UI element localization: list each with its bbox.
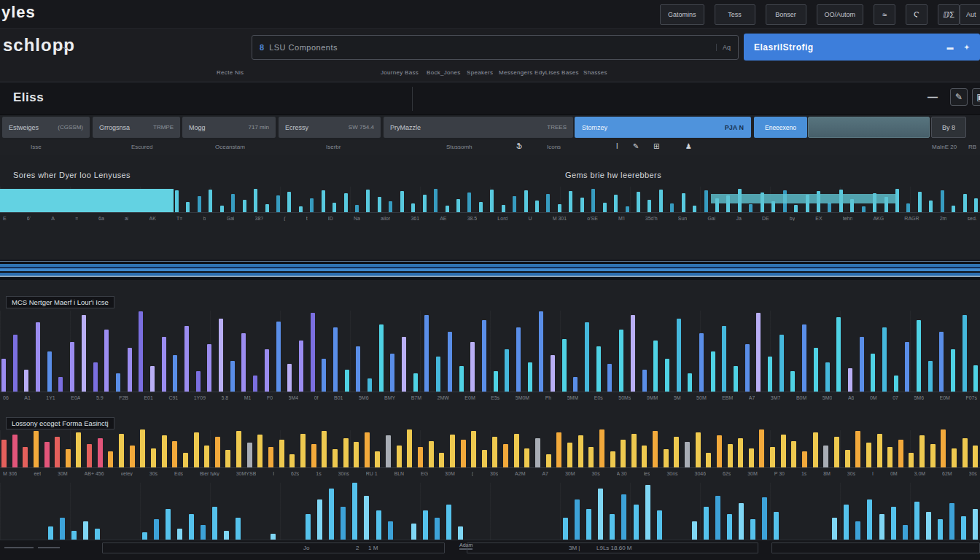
bar <box>247 443 252 467</box>
bar <box>368 378 372 392</box>
axis-tick: 30M <box>445 471 455 476</box>
toolbar-blue-segment[interactable]: Stomzey PJA N <box>575 117 751 138</box>
bar <box>287 364 292 392</box>
menu-item-0[interactable]: Recte Nis <box>217 69 244 76</box>
bar <box>941 190 944 212</box>
bar <box>704 190 708 212</box>
bar <box>926 512 931 540</box>
search-row: schlopp -~ 8 LSU Components Aq ElasrilSt… <box>0 29 980 67</box>
bar <box>717 435 722 467</box>
menu-item-7[interactable]: Shasses <box>583 69 607 76</box>
axis-tick: A1 <box>24 395 31 400</box>
axis-tick: 5M6 <box>359 395 369 400</box>
hook-icon[interactable]: Ϛ <box>906 4 928 25</box>
axis-tick: BMY <box>384 395 395 400</box>
menu-item-4[interactable]: Messengers <box>499 69 533 76</box>
bar <box>823 446 828 467</box>
primary-action-button[interactable]: ElasrilStrofig ▬ ✦ <box>744 34 980 61</box>
badge-icon: ▬ <box>946 44 954 51</box>
by-button[interactable]: By 8 <box>931 117 966 138</box>
footer-box-2 <box>771 542 980 553</box>
bar <box>588 447 594 467</box>
bar <box>376 510 381 540</box>
axis-tick: 3046 <box>694 471 706 476</box>
bar <box>626 206 629 212</box>
progress-bar[interactable] <box>808 117 930 138</box>
topbar-button-2[interactable]: Bonser <box>766 4 806 25</box>
toolbar-segment-4[interactable]: PryMazzleTREES <box>384 117 573 138</box>
chart1[interactable] <box>0 187 980 213</box>
bar <box>390 354 394 392</box>
bar <box>524 190 528 212</box>
bar <box>257 435 262 467</box>
bar <box>490 190 494 212</box>
bar <box>862 206 866 212</box>
bar <box>341 507 346 540</box>
sigma-icon[interactable]: ⅅΣ <box>938 4 960 25</box>
bar <box>175 190 179 212</box>
axis-tick: t <box>306 216 308 221</box>
bar <box>287 192 291 212</box>
toolbar-segment-1[interactable]: GrrogsnsaTRMPE <box>93 117 180 138</box>
topbar-partial-button[interactable]: Aut <box>960 4 980 25</box>
bar <box>770 447 775 467</box>
axis-tick: DE <box>762 216 769 221</box>
bar <box>653 431 658 467</box>
bar <box>204 446 209 467</box>
menu-item-5[interactable]: EdyLises <box>534 69 560 76</box>
menu-item-1[interactable]: Journey Bass <box>381 69 419 76</box>
toolbar-segment-2[interactable]: Mogg717 min <box>182 117 276 138</box>
bar <box>745 344 750 392</box>
bar <box>631 434 637 467</box>
bar <box>265 349 269 392</box>
toolbar-segment-3[interactable]: EcressySW 754.4 <box>279 117 381 138</box>
bar <box>573 377 578 392</box>
topbar-button-3[interactable]: OO/Autom <box>817 4 864 25</box>
wave-icon[interactable]: ≈ <box>874 4 895 25</box>
axis-tick: o'SE <box>587 216 598 221</box>
bar <box>814 348 818 392</box>
bar <box>619 330 623 392</box>
axis-tick: 30M <box>565 471 575 476</box>
menu-item-3[interactable]: Speakers <box>467 69 493 76</box>
axis-tick: eet <box>34 471 41 476</box>
bar <box>23 447 28 467</box>
search-input[interactable]: 8 LSU Components Aq <box>252 35 739 60</box>
chart2[interactable] <box>0 311 980 392</box>
toolbar-segment-0[interactable]: Estweiges(CGSSM) <box>2 117 90 138</box>
axis-tick: 30s <box>847 471 855 476</box>
topbar-button-0[interactable]: Gatomins <box>660 4 704 25</box>
minimize-icon[interactable]: — <box>928 91 938 103</box>
bar <box>670 203 674 212</box>
bar <box>355 205 359 212</box>
bar <box>648 200 651 212</box>
chart3[interactable] <box>0 430 980 468</box>
menu-item-6[interactable]: Bases <box>561 69 579 76</box>
pen-icon[interactable]: ✎ <box>633 142 639 150</box>
bar <box>172 441 177 467</box>
bar <box>586 509 591 540</box>
chart4[interactable] <box>0 483 980 540</box>
bar <box>677 319 681 392</box>
grid-icon[interactable]: ⊞ <box>653 142 659 150</box>
piece-icon[interactable]: ♟ <box>685 142 692 150</box>
axis-tick: 62M <box>942 471 952 476</box>
axis-tick: AK <box>149 216 156 221</box>
bar <box>973 509 978 540</box>
timeline-stripe[interactable] <box>0 260 980 280</box>
cursor-icon[interactable]: ǀ <box>616 142 618 150</box>
energetic-button[interactable]: Eneeexeno <box>754 117 807 138</box>
s-icon[interactable]: Ֆ <box>516 142 522 150</box>
edit-icon[interactable]: ✎ <box>950 88 968 106</box>
bar <box>366 190 370 212</box>
axis-tick: 2m <box>940 216 947 221</box>
axis-tick: 3.0M <box>914 471 926 476</box>
bar <box>749 204 752 212</box>
topbar-button-1[interactable]: Tess <box>715 4 755 25</box>
bar <box>322 359 326 392</box>
search-input-suffix: Aq <box>716 44 731 51</box>
menu-item-2[interactable]: Bock_Jones <box>427 69 461 76</box>
axis-tick: P 30 <box>774 471 785 476</box>
segment-value: TREES <box>547 124 567 131</box>
panel-icon[interactable]: ▣ <box>972 88 980 106</box>
